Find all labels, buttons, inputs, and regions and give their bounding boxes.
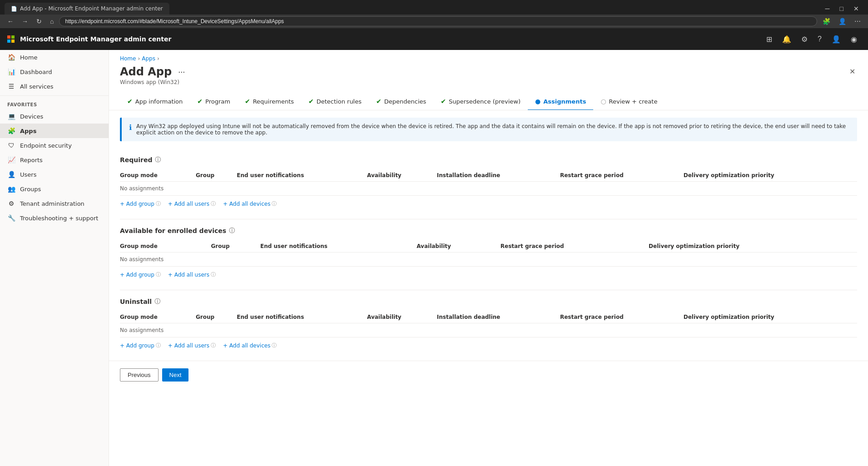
uninstall-add-group-info-icon[interactable]: ⓘ — [156, 342, 161, 349]
required-add-all-users-link[interactable]: + Add all users ⓘ — [168, 200, 216, 207]
forward-button[interactable]: → — [19, 17, 31, 26]
sidebar-item-dashboard[interactable]: 📊 Dashboard — [0, 64, 109, 79]
col-availability-required: Availability — [367, 169, 437, 182]
sidebar-item-users[interactable]: 👤 Users — [0, 167, 109, 182]
required-add-group-info-icon[interactable]: ⓘ — [156, 200, 161, 207]
more-actions-button[interactable]: ··· — [175, 66, 188, 78]
extensions-button[interactable]: 🧩 — [820, 17, 833, 26]
uninstall-add-links: + Add group ⓘ + Add all users ⓘ + Add al… — [120, 337, 857, 353]
settings-button[interactable]: ⚙ — [798, 33, 811, 45]
section-required: Required ⓘ Group mode Group End user not… — [109, 149, 868, 219]
notifications-button[interactable]: 🔔 — [779, 33, 795, 45]
required-add-group-link[interactable]: + Add group ⓘ — [120, 200, 161, 207]
content-area: Home › Apps › Add App ··· Windows app (W… — [109, 50, 868, 466]
sidebar-item-home[interactable]: 🏠 Home — [0, 50, 109, 64]
sidebar-item-groups[interactable]: 👥 Groups — [0, 182, 109, 196]
section-available-enrolled-info-icon[interactable]: ⓘ — [229, 227, 235, 235]
col-group-mode-uninstall: Group mode — [120, 311, 196, 323]
tab-program[interactable]: ✔ Program — [190, 93, 238, 110]
section-required-info-icon[interactable]: ⓘ — [155, 156, 161, 164]
troubleshooting-icon: 🔧 — [7, 214, 15, 222]
dashboard-icon: 📊 — [7, 68, 15, 75]
required-add-all-devices-info-icon[interactable]: ⓘ — [272, 200, 277, 207]
tab-supersedence[interactable]: ✔ Supersedence (preview) — [433, 93, 528, 110]
top-bar: Microsoft Endpoint Manager admin center … — [0, 28, 868, 50]
sidebar-item-tenant-admin[interactable]: ⚙ Tenant administration — [0, 196, 109, 211]
more-options-button[interactable]: ⋯ — [852, 17, 863, 26]
profile-button[interactable]: 👤 — [836, 17, 849, 26]
col-availability-uninstall: Availability — [367, 311, 437, 323]
minimize-button[interactable]: ─ — [821, 4, 834, 13]
sidebar-item-tenant-admin-label: Tenant administration — [20, 200, 84, 207]
tab-label-app-information: App information — [135, 98, 183, 105]
sidebar-item-all-services[interactable]: ☰ All services — [0, 79, 109, 94]
avail-add-group-link[interactable]: + Add group ⓘ — [120, 271, 161, 278]
uninstall-add-all-devices-info-icon[interactable]: ⓘ — [272, 342, 277, 349]
uninstall-add-group-link[interactable]: + Add group ⓘ — [120, 342, 161, 349]
tab-review-create[interactable]: ○ Review + create — [593, 93, 665, 110]
uninstall-add-all-users-info-icon[interactable]: ⓘ — [211, 342, 216, 349]
back-button[interactable]: ← — [5, 17, 16, 26]
close-window-button[interactable]: ✕ — [849, 4, 863, 13]
maximize-button[interactable]: □ — [835, 4, 848, 13]
tab-app-information[interactable]: ✔ App information — [120, 93, 190, 110]
sidebar-item-users-label: Users — [20, 171, 36, 178]
tab-label-review-create: Review + create — [609, 98, 658, 105]
avail-add-all-users-link[interactable]: + Add all users ⓘ — [168, 271, 216, 278]
sidebar: 🏠 Home 📊 Dashboard ☰ All services FAVORI… — [0, 50, 109, 466]
avail-add-all-users-info-icon[interactable]: ⓘ — [211, 271, 216, 278]
app-logo — [7, 35, 15, 43]
home-button[interactable]: ⌂ — [47, 17, 56, 26]
col-delivery-opt-uninstall: Delivery optimization priority — [684, 311, 857, 323]
next-button[interactable]: Next — [162, 368, 189, 382]
app-shell: Microsoft Endpoint Manager admin center … — [0, 28, 868, 466]
tab-assignments[interactable]: ● Assignments — [528, 93, 593, 110]
uninstall-add-all-users-link[interactable]: + Add all users ⓘ — [168, 342, 216, 349]
col-group-required: Group — [196, 169, 237, 182]
section-uninstall-info-icon[interactable]: ⓘ — [154, 297, 160, 306]
help-button[interactable]: ? — [814, 33, 825, 45]
apps-icon: 🧩 — [7, 127, 15, 134]
browser-tab[interactable]: 📄 Add App - Microsoft Endpoint Manager a… — [5, 3, 169, 15]
sidebar-item-apps[interactable]: 🧩 Apps — [0, 124, 109, 138]
required-add-all-users-info-icon[interactable]: ⓘ — [211, 200, 216, 207]
section-uninstall-title: Uninstall ⓘ — [120, 290, 857, 311]
table-row: No assignments — [120, 182, 857, 196]
tab-dependencies[interactable]: ✔ Dependencies — [369, 93, 433, 110]
required-add-all-devices-link[interactable]: + Add all devices ⓘ — [223, 200, 277, 207]
feedback-button[interactable]: 👤 — [828, 33, 844, 45]
sidebar-item-reports[interactable]: 📈 Reports — [0, 153, 109, 167]
refresh-button[interactable]: ↻ — [34, 17, 45, 26]
breadcrumb-apps-link[interactable]: Apps — [142, 55, 155, 62]
tab-label-requirements: Requirements — [253, 98, 294, 105]
sidebar-item-endpoint-security[interactable]: 🛡 Endpoint security — [0, 138, 109, 153]
users-icon: 👤 — [7, 171, 15, 178]
address-bar[interactable] — [59, 16, 817, 26]
required-table: Group mode Group End user notifications … — [120, 169, 857, 196]
avail-add-group-info-icon[interactable]: ⓘ — [156, 271, 161, 278]
windows-logo-icon — [7, 35, 15, 43]
sidebar-item-troubleshooting[interactable]: 🔧 Troubleshooting + support — [0, 211, 109, 225]
page-subtitle: Windows app (Win32) — [120, 79, 188, 85]
tab-detection-rules[interactable]: ✔ Detection rules — [301, 93, 369, 110]
tab-label-detection-rules: Detection rules — [317, 98, 362, 105]
uninstall-add-all-devices-link[interactable]: + Add all devices ⓘ — [223, 342, 277, 349]
browser-nav-bar: ← → ↻ ⌂ 🧩 👤 ⋯ — [0, 15, 868, 28]
portal-icon-button[interactable]: ⊞ — [763, 33, 776, 45]
sidebar-item-home-label: Home — [20, 54, 37, 61]
account-button[interactable]: ◉ — [847, 33, 861, 45]
breadcrumb-home-link[interactable]: Home — [120, 55, 136, 62]
sidebar-item-devices[interactable]: 💻 Devices — [0, 109, 109, 124]
section-required-title: Required ⓘ — [120, 149, 857, 169]
info-banner: ℹ Any Win32 app deployed using Intune wi… — [120, 118, 857, 141]
sidebar-favorites-label: FAVORITES — [0, 98, 109, 109]
col-delivery-opt-avail: Delivery optimization priority — [649, 240, 857, 253]
close-panel-button[interactable]: ✕ — [848, 65, 857, 78]
browser-chrome: 📄 Add App - Microsoft Endpoint Manager a… — [0, 0, 868, 15]
tab-requirements[interactable]: ✔ Requirements — [238, 93, 301, 110]
previous-button[interactable]: Previous — [120, 368, 159, 382]
available-enrolled-table: Group mode Group End user notifications … — [120, 240, 857, 267]
no-assignments-avail: No assignments — [120, 253, 857, 267]
breadcrumb-sep2: › — [157, 55, 159, 62]
tab-check-icon-app-information: ✔ — [127, 98, 133, 105]
